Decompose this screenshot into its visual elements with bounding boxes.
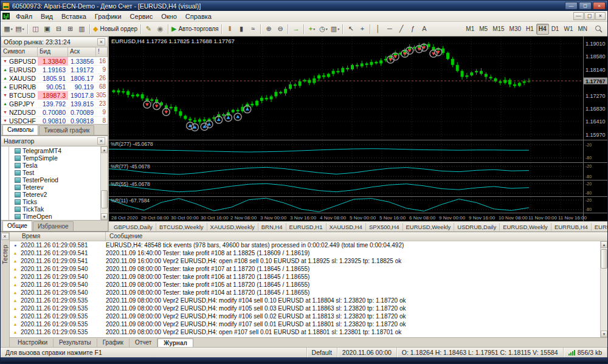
new-order-button[interactable]: ◆Новый ордер <box>92 23 139 35</box>
templates-menu-button[interactable]: ▥▾ <box>329 23 340 35</box>
chart-canvas[interactable]: -20-80%R(277) -45.0678-20-80%R(77) -45.0… <box>109 36 607 221</box>
chart-area[interactable]: -20-80%R(277) -45.0678-20-80%R(77) -45.0… <box>109 36 607 221</box>
journal-row[interactable]: ▲2020.11.26 01:29:09.5352020.11.09 08:00… <box>10 320 600 328</box>
chart-window-tab[interactable]: USDRUB,Daily <box>454 223 500 231</box>
timeframe-w1-button[interactable]: W1 <box>561 24 575 35</box>
chart-window-tab[interactable]: EURUSD,Weekly <box>403 223 455 231</box>
timeframe-m30-button[interactable]: M30 <box>507 24 523 35</box>
market-watch-row[interactable]: ▲EURRUB90.05190.11968 <box>1 83 108 91</box>
text-tool-button[interactable]: A <box>418 23 430 35</box>
timeframe-m1-button[interactable]: M1 <box>463 24 477 35</box>
expert-advisors-button[interactable]: ◉ <box>154 23 166 35</box>
trendline-tool-button[interactable]: ╱ <box>395 23 407 35</box>
scrollbar-thumb[interactable] <box>601 249 607 269</box>
navigator-item[interactable]: TickTak <box>1 205 100 213</box>
indicators-list-button[interactable]: +▾ <box>306 23 317 35</box>
scroll-down-icon[interactable]: ▼ <box>601 331 607 337</box>
scroll-down-icon[interactable]: ▼ <box>101 213 108 220</box>
minimize-button[interactable]: — <box>565 2 578 10</box>
mdi-restore-button[interactable]: ◻ <box>584 12 595 20</box>
auto-scroll-button[interactable]: → <box>290 23 302 35</box>
timeframe-mn-button[interactable]: MN <box>575 24 590 35</box>
journal-row[interactable]: ▲2020.11.26 01:29:09.5352020.11.09 08:00… <box>10 328 600 336</box>
menu-item[interactable]: Окно <box>157 12 181 21</box>
tester-tab[interactable]: График <box>97 338 130 347</box>
navigator-item[interactable]: TelegramMT4 <box>1 147 100 154</box>
market-watch-tab[interactable]: Тиковый график <box>39 125 94 135</box>
market-watch-tab[interactable]: Символы <box>2 125 38 135</box>
market-watch-row[interactable]: ▼GBPUSD1.338401.3385616 <box>1 57 108 66</box>
tester-tab[interactable]: Журнал <box>157 338 193 347</box>
candlestick-mode-button[interactable]: ▮ <box>235 23 247 35</box>
journal-row[interactable]: ▲2020.11.26 01:29:09.5412020.11.09 16:00… <box>10 257 600 265</box>
navigator-tab[interactable]: Избранное <box>33 221 74 231</box>
scroll-up-icon[interactable]: ▲ <box>601 241 607 248</box>
close-icon[interactable]: × <box>97 137 105 145</box>
new-chart-button[interactable]: ▦▾ <box>2 23 14 35</box>
column-header-time[interactable]: Время <box>10 232 106 241</box>
journal-row[interactable]: ●2020.11.26 01:29:09.581EURUSD,H4: 48548… <box>10 241 600 249</box>
column-header-bid[interactable]: Бид <box>38 47 68 57</box>
navigator-item[interactable]: Teterev <box>1 184 100 191</box>
navigator-item[interactable]: Test <box>1 169 100 176</box>
restore-button[interactable]: ◻ <box>579 2 592 10</box>
navigator-scrollbar[interactable]: ▲ ▼ <box>100 146 108 220</box>
menu-item[interactable]: Вид <box>36 12 57 21</box>
market-watch-row[interactable]: ▲XAUUSD1805.911806.1726 <box>1 74 108 83</box>
journal-row[interactable]: ▲2020.11.26 01:29:09.5402020.11.09 08:00… <box>10 265 600 273</box>
zoom-out-button[interactable]: ⊖ <box>274 23 286 35</box>
tester-tab[interactable]: Отчет <box>130 338 157 347</box>
chart-window-tab[interactable]: GBPUSD,Daily <box>111 223 156 231</box>
chart-window-tab[interactable]: EURRUB,H4 <box>551 223 592 231</box>
status-profile[interactable]: Default <box>307 348 337 357</box>
navigator-tab[interactable]: Общие <box>2 221 32 231</box>
crosshair-tool-button[interactable]: + <box>356 23 368 35</box>
market-watch-toggle-button[interactable]: ◫ <box>30 23 41 35</box>
chart-window-tab[interactable]: EURUSD,H1 <box>286 223 326 231</box>
journal-scrollbar[interactable]: ▲ ▼ <box>600 241 607 337</box>
fibonacci-tool-button[interactable]: ƒ <box>407 23 418 35</box>
profiles-button[interactable]: ▤▾ <box>14 23 26 35</box>
tester-side-label[interactable]: Тестер <box>2 245 9 264</box>
market-watch-row[interactable]: ▲EURUSD1.191631.191729 <box>1 66 108 74</box>
horizontal-line-tool-button[interactable]: ─ <box>384 23 395 35</box>
journal-row[interactable]: ▲2020.11.26 01:29:09.5402020.11.09 08:00… <box>10 273 600 281</box>
zoom-in-button[interactable]: ⊕ <box>263 23 274 35</box>
menu-item[interactable]: Графики <box>91 12 126 21</box>
menu-item[interactable]: Сервис <box>126 12 157 21</box>
data-window-toggle-button[interactable]: ▣ <box>41 23 53 35</box>
journal-row[interactable]: ▲2020.11.26 01:29:09.5402020.11.09 08:00… <box>10 281 600 289</box>
chart-window-tab[interactable]: BTCUSD,Weekly <box>156 223 207 231</box>
navigator-item[interactable]: TimeOpen <box>1 213 100 220</box>
journal-row[interactable]: ▲2020.11.26 01:29:09.5412020.11.09 16:40… <box>10 249 600 257</box>
scroll-up-icon[interactable]: ▲ <box>101 146 108 153</box>
terminal-toggle-button[interactable]: ⊞ <box>64 23 76 35</box>
chart-window-tab[interactable]: SPX500,H4 <box>366 223 403 231</box>
chart-window-icon[interactable] <box>2 13 10 19</box>
menu-item[interactable]: Справка <box>181 12 216 21</box>
strategy-tester-toggle-button[interactable]: ▥ <box>76 23 88 35</box>
chart-window-tab[interactable]: XAUUSD,H4 <box>326 223 366 231</box>
mdi-minimize-button[interactable]: — <box>573 12 584 20</box>
navigator-item[interactable]: Ticks <box>1 198 100 205</box>
chart-window-tab[interactable]: XAUUSD,Weekly <box>207 223 258 231</box>
menu-item[interactable]: Вставка <box>57 12 91 21</box>
tester-close-button[interactable]: × <box>1 233 9 240</box>
navigator-item[interactable]: TempSimple <box>1 154 100 162</box>
navigator-item[interactable]: Teterev2 <box>1 191 100 198</box>
mdi-close-button[interactable]: × <box>595 12 606 20</box>
timeframe-h4-button[interactable]: H4 <box>536 24 549 35</box>
timeframe-m5-button[interactable]: M5 <box>477 24 490 35</box>
chart-window-tab[interactable]: EURUSD,Weekly <box>500 223 551 231</box>
cursor-tool-button[interactable]: ↖ <box>345 23 356 35</box>
autotrading-button[interactable]: ▶Авто-торговля <box>170 23 220 35</box>
metaeditor-button[interactable]: ✎ <box>143 23 154 35</box>
column-header-ask[interactable]: Аск <box>68 47 96 57</box>
journal-row[interactable]: ▲2020.11.26 01:29:09.5352020.11.09 08:00… <box>10 297 600 304</box>
bar-chart-mode-button[interactable]: ‖ <box>224 23 235 35</box>
navigator-toggle-button[interactable]: ⊟ <box>53 23 64 35</box>
journal-row[interactable]: ▲2020.11.26 01:29:09.5352020.11.09 08:00… <box>10 304 600 312</box>
close-icon[interactable]: × <box>97 38 105 46</box>
timeframe-h1-button[interactable]: H1 <box>523 24 536 35</box>
periods-menu-button[interactable]: ◷▾ <box>317 23 329 35</box>
